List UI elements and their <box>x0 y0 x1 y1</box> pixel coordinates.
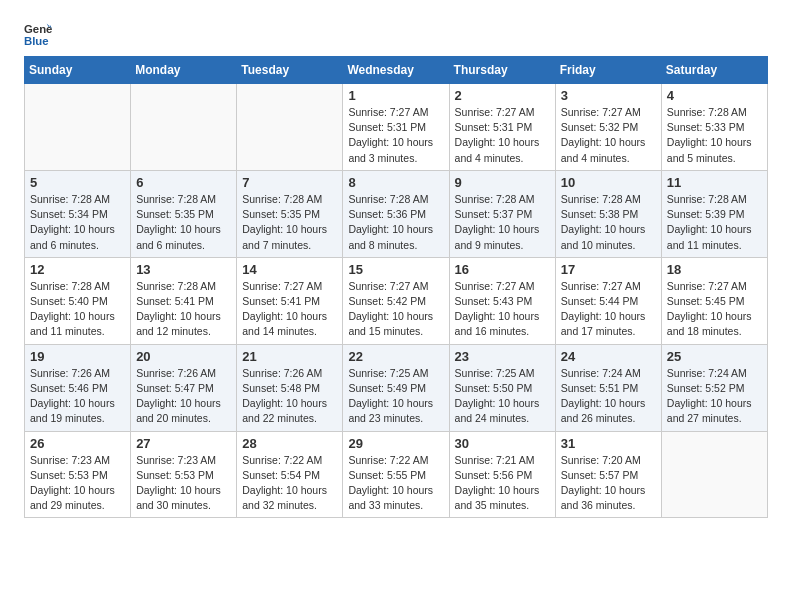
calendar-cell: 29Sunrise: 7:22 AM Sunset: 5:55 PM Dayli… <box>343 431 449 518</box>
day-number: 19 <box>30 349 125 364</box>
day-number: 21 <box>242 349 337 364</box>
svg-text:Blue: Blue <box>24 35 49 47</box>
calendar-cell: 21Sunrise: 7:26 AM Sunset: 5:48 PM Dayli… <box>237 344 343 431</box>
day-number: 1 <box>348 88 443 103</box>
calendar-body: 1Sunrise: 7:27 AM Sunset: 5:31 PM Daylig… <box>25 84 768 518</box>
day-info: Sunrise: 7:28 AM Sunset: 5:37 PM Dayligh… <box>455 192 550 253</box>
calendar-cell: 13Sunrise: 7:28 AM Sunset: 5:41 PM Dayli… <box>131 257 237 344</box>
weekday-header-tuesday: Tuesday <box>237 57 343 84</box>
calendar-cell: 30Sunrise: 7:21 AM Sunset: 5:56 PM Dayli… <box>449 431 555 518</box>
day-number: 3 <box>561 88 656 103</box>
calendar-cell: 27Sunrise: 7:23 AM Sunset: 5:53 PM Dayli… <box>131 431 237 518</box>
day-info: Sunrise: 7:28 AM Sunset: 5:36 PM Dayligh… <box>348 192 443 253</box>
day-info: Sunrise: 7:22 AM Sunset: 5:55 PM Dayligh… <box>348 453 443 514</box>
day-info: Sunrise: 7:28 AM Sunset: 5:41 PM Dayligh… <box>136 279 231 340</box>
day-number: 4 <box>667 88 762 103</box>
day-number: 10 <box>561 175 656 190</box>
day-info: Sunrise: 7:27 AM Sunset: 5:42 PM Dayligh… <box>348 279 443 340</box>
calendar-cell: 14Sunrise: 7:27 AM Sunset: 5:41 PM Dayli… <box>237 257 343 344</box>
calendar-cell <box>237 84 343 171</box>
weekday-header-friday: Friday <box>555 57 661 84</box>
calendar-week-2: 5Sunrise: 7:28 AM Sunset: 5:34 PM Daylig… <box>25 170 768 257</box>
day-number: 12 <box>30 262 125 277</box>
weekday-header-thursday: Thursday <box>449 57 555 84</box>
calendar-cell: 6Sunrise: 7:28 AM Sunset: 5:35 PM Daylig… <box>131 170 237 257</box>
day-number: 13 <box>136 262 231 277</box>
calendar-cell: 22Sunrise: 7:25 AM Sunset: 5:49 PM Dayli… <box>343 344 449 431</box>
day-info: Sunrise: 7:28 AM Sunset: 5:35 PM Dayligh… <box>136 192 231 253</box>
day-number: 17 <box>561 262 656 277</box>
logo: General Blue <box>24 20 58 48</box>
calendar-cell: 15Sunrise: 7:27 AM Sunset: 5:42 PM Dayli… <box>343 257 449 344</box>
weekday-header-wednesday: Wednesday <box>343 57 449 84</box>
calendar-week-3: 12Sunrise: 7:28 AM Sunset: 5:40 PM Dayli… <box>25 257 768 344</box>
day-number: 5 <box>30 175 125 190</box>
day-number: 27 <box>136 436 231 451</box>
day-number: 7 <box>242 175 337 190</box>
day-number: 6 <box>136 175 231 190</box>
day-info: Sunrise: 7:22 AM Sunset: 5:54 PM Dayligh… <box>242 453 337 514</box>
day-number: 26 <box>30 436 125 451</box>
weekday-header-saturday: Saturday <box>661 57 767 84</box>
day-info: Sunrise: 7:24 AM Sunset: 5:51 PM Dayligh… <box>561 366 656 427</box>
logo-icon: General Blue <box>24 20 52 48</box>
day-info: Sunrise: 7:25 AM Sunset: 5:50 PM Dayligh… <box>455 366 550 427</box>
calendar-cell: 3Sunrise: 7:27 AM Sunset: 5:32 PM Daylig… <box>555 84 661 171</box>
calendar-cell: 16Sunrise: 7:27 AM Sunset: 5:43 PM Dayli… <box>449 257 555 344</box>
calendar-cell: 20Sunrise: 7:26 AM Sunset: 5:47 PM Dayli… <box>131 344 237 431</box>
day-number: 24 <box>561 349 656 364</box>
day-info: Sunrise: 7:27 AM Sunset: 5:31 PM Dayligh… <box>348 105 443 166</box>
calendar-cell <box>661 431 767 518</box>
calendar-cell: 1Sunrise: 7:27 AM Sunset: 5:31 PM Daylig… <box>343 84 449 171</box>
calendar-table: SundayMondayTuesdayWednesdayThursdayFrid… <box>24 56 768 518</box>
calendar-cell: 19Sunrise: 7:26 AM Sunset: 5:46 PM Dayli… <box>25 344 131 431</box>
day-info: Sunrise: 7:27 AM Sunset: 5:43 PM Dayligh… <box>455 279 550 340</box>
calendar-cell <box>25 84 131 171</box>
day-number: 16 <box>455 262 550 277</box>
day-number: 14 <box>242 262 337 277</box>
day-number: 25 <box>667 349 762 364</box>
day-info: Sunrise: 7:23 AM Sunset: 5:53 PM Dayligh… <box>136 453 231 514</box>
calendar-cell: 17Sunrise: 7:27 AM Sunset: 5:44 PM Dayli… <box>555 257 661 344</box>
day-number: 15 <box>348 262 443 277</box>
calendar-cell: 4Sunrise: 7:28 AM Sunset: 5:33 PM Daylig… <box>661 84 767 171</box>
calendar-week-4: 19Sunrise: 7:26 AM Sunset: 5:46 PM Dayli… <box>25 344 768 431</box>
day-info: Sunrise: 7:27 AM Sunset: 5:44 PM Dayligh… <box>561 279 656 340</box>
calendar-cell: 18Sunrise: 7:27 AM Sunset: 5:45 PM Dayli… <box>661 257 767 344</box>
weekday-header-monday: Monday <box>131 57 237 84</box>
calendar-cell: 11Sunrise: 7:28 AM Sunset: 5:39 PM Dayli… <box>661 170 767 257</box>
day-info: Sunrise: 7:27 AM Sunset: 5:32 PM Dayligh… <box>561 105 656 166</box>
calendar-cell <box>131 84 237 171</box>
day-number: 28 <box>242 436 337 451</box>
page-header: General Blue <box>24 20 768 48</box>
calendar-week-5: 26Sunrise: 7:23 AM Sunset: 5:53 PM Dayli… <box>25 431 768 518</box>
calendar-cell: 31Sunrise: 7:20 AM Sunset: 5:57 PM Dayli… <box>555 431 661 518</box>
day-info: Sunrise: 7:28 AM Sunset: 5:33 PM Dayligh… <box>667 105 762 166</box>
day-info: Sunrise: 7:20 AM Sunset: 5:57 PM Dayligh… <box>561 453 656 514</box>
day-info: Sunrise: 7:27 AM Sunset: 5:45 PM Dayligh… <box>667 279 762 340</box>
day-info: Sunrise: 7:21 AM Sunset: 5:56 PM Dayligh… <box>455 453 550 514</box>
calendar-cell: 7Sunrise: 7:28 AM Sunset: 5:35 PM Daylig… <box>237 170 343 257</box>
calendar-cell: 24Sunrise: 7:24 AM Sunset: 5:51 PM Dayli… <box>555 344 661 431</box>
day-number: 29 <box>348 436 443 451</box>
day-number: 23 <box>455 349 550 364</box>
day-info: Sunrise: 7:28 AM Sunset: 5:35 PM Dayligh… <box>242 192 337 253</box>
day-info: Sunrise: 7:27 AM Sunset: 5:31 PM Dayligh… <box>455 105 550 166</box>
day-info: Sunrise: 7:27 AM Sunset: 5:41 PM Dayligh… <box>242 279 337 340</box>
day-number: 9 <box>455 175 550 190</box>
calendar-cell: 23Sunrise: 7:25 AM Sunset: 5:50 PM Dayli… <box>449 344 555 431</box>
calendar-cell: 9Sunrise: 7:28 AM Sunset: 5:37 PM Daylig… <box>449 170 555 257</box>
calendar-cell: 28Sunrise: 7:22 AM Sunset: 5:54 PM Dayli… <box>237 431 343 518</box>
day-number: 20 <box>136 349 231 364</box>
weekday-header-sunday: Sunday <box>25 57 131 84</box>
calendar-cell: 10Sunrise: 7:28 AM Sunset: 5:38 PM Dayli… <box>555 170 661 257</box>
calendar-week-1: 1Sunrise: 7:27 AM Sunset: 5:31 PM Daylig… <box>25 84 768 171</box>
calendar-cell: 25Sunrise: 7:24 AM Sunset: 5:52 PM Dayli… <box>661 344 767 431</box>
calendar-cell: 8Sunrise: 7:28 AM Sunset: 5:36 PM Daylig… <box>343 170 449 257</box>
day-number: 22 <box>348 349 443 364</box>
calendar-cell: 26Sunrise: 7:23 AM Sunset: 5:53 PM Dayli… <box>25 431 131 518</box>
day-number: 31 <box>561 436 656 451</box>
day-info: Sunrise: 7:26 AM Sunset: 5:47 PM Dayligh… <box>136 366 231 427</box>
day-number: 18 <box>667 262 762 277</box>
day-number: 8 <box>348 175 443 190</box>
